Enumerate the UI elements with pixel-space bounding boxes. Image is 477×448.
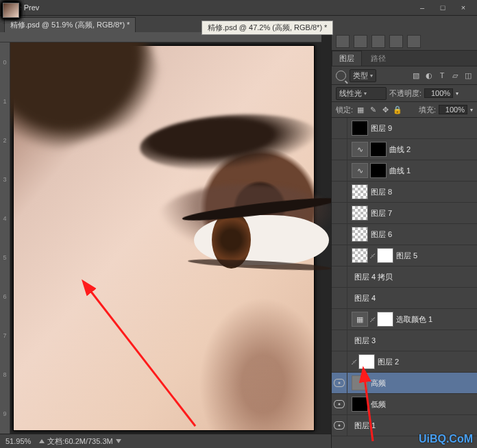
layer-visibility-toggle[interactable] (332, 118, 347, 138)
layer-visibility-toggle[interactable] (332, 224, 347, 245)
opacity-value[interactable]: 100% (424, 88, 453, 98)
layer-row[interactable]: 图层 4 (332, 288, 477, 309)
layer-visibility-toggle[interactable] (332, 288, 347, 308)
layer-thumb[interactable] (352, 248, 368, 263)
layer-visibility-toggle[interactable] (332, 245, 347, 266)
layer-name[interactable]: 曲线 1 (389, 166, 411, 176)
layer-name[interactable]: 图层 9 (371, 123, 392, 134)
swatch-icon-4[interactable] (389, 35, 403, 48)
lock-position-icon[interactable]: ✥ (380, 105, 390, 114)
swatch-icon-3[interactable] (371, 35, 385, 48)
layer-thumbs (352, 397, 368, 412)
mask-thumb[interactable] (358, 354, 375, 369)
eye-icon (334, 400, 345, 408)
filter-image-icon[interactable]: ▧ (411, 71, 421, 80)
tab-layers[interactable]: 图层 (332, 51, 362, 66)
layer-name[interactable]: 图层 4 拷贝 (354, 272, 393, 282)
status-menu-icon[interactable] (116, 439, 121, 443)
adjustment-thumb[interactable]: ∿ (352, 142, 368, 157)
layer-thumbs: ▦⸓ (352, 312, 393, 327)
layer-row[interactable]: ⸓图层 2 (332, 351, 477, 373)
swatch-icon-2[interactable] (354, 35, 367, 48)
layer-name[interactable]: 图层 1 (354, 421, 376, 431)
document-canvas[interactable] (10, 42, 331, 434)
layer-row[interactable]: 图层 9 (332, 118, 477, 139)
titlebar: evice Prev – □ × (0, 0, 477, 16)
layer-visibility-toggle[interactable] (332, 351, 347, 372)
mask-thumb[interactable] (352, 397, 368, 412)
mask-thumb[interactable] (377, 248, 393, 263)
layer-row[interactable]: ∿曲线 2 (332, 139, 477, 160)
mask-thumb[interactable] (370, 142, 387, 157)
filter-shape-icon[interactable]: ▱ (450, 71, 460, 80)
layer-thumbs: ∿ (352, 163, 387, 178)
layer-row[interactable]: 图层 6 (332, 224, 477, 245)
layer-name[interactable]: 图层 8 (371, 187, 392, 197)
layer-name[interactable]: 图层 2 (378, 357, 399, 367)
lock-transparent-icon[interactable]: ▦ (356, 105, 365, 114)
layer-row[interactable]: 高频 (332, 373, 477, 394)
layer-name[interactable]: 图层 5 (396, 251, 417, 261)
lock-pixels-icon[interactable]: ✎ (368, 105, 378, 114)
filter-type-icon[interactable]: T (437, 71, 447, 80)
layer-row[interactable]: 图层 7 (332, 203, 477, 224)
layer-name[interactable]: 图层 4 (354, 293, 376, 303)
mask-thumb[interactable] (377, 312, 393, 327)
layer-row[interactable]: 图层 4 拷贝 (332, 266, 477, 288)
zoom-level[interactable]: 51.95% (5, 437, 31, 445)
chevron-down-icon[interactable]: ▾ (470, 107, 473, 113)
document-tab-1[interactable]: 精修.psd @ 51.9% (高频, RGB/8*) * (4, 17, 136, 32)
layer-name[interactable]: 图层 7 (371, 208, 392, 219)
chevron-down-icon[interactable]: ▾ (456, 90, 458, 97)
layer-name[interactable]: 图层 3 (354, 336, 376, 346)
layer-name[interactable]: 选取颜色 1 (396, 314, 432, 325)
layer-name[interactable]: 曲线 2 (389, 145, 411, 155)
layer-row[interactable]: ⸓图层 5 (332, 245, 477, 266)
adjustment-thumb[interactable]: ∿ (352, 163, 368, 178)
fill-value[interactable]: 100% (439, 105, 467, 114)
adjustment-thumb[interactable]: ▦ (352, 312, 368, 327)
layer-thumb[interactable] (352, 227, 368, 242)
status-popup-icon[interactable] (39, 439, 45, 443)
layer-thumb[interactable] (352, 206, 368, 221)
layer-visibility-toggle[interactable] (332, 160, 347, 181)
link-icon: ⸓ (352, 354, 356, 369)
layer-name[interactable]: 低频 (371, 399, 386, 410)
layer-visibility-toggle[interactable] (332, 182, 347, 202)
tab-paths[interactable]: 路径 (363, 51, 393, 66)
mask-thumb[interactable] (352, 121, 368, 136)
document-tab-2-tooltip[interactable]: 精修.psd @ 47.2% (高频, RGB/8*) * (201, 21, 333, 35)
lock-all-icon[interactable]: 🔒 (393, 105, 402, 114)
layer-thumb[interactable] (352, 184, 368, 199)
watermark: UiBQ.CoM (419, 433, 473, 445)
layer-visibility-toggle[interactable] (332, 266, 347, 287)
layer-visibility-toggle[interactable] (332, 309, 347, 329)
ruler-vertical[interactable]: 0 1 2 3 4 5 6 7 8 9 (0, 42, 10, 434)
layer-visibility-toggle[interactable] (332, 330, 347, 351)
layers-list[interactable]: 图层 9∿曲线 2∿曲线 1图层 8图层 7图层 6⸓图层 5图层 4 拷贝图层… (332, 118, 477, 448)
swatch-icon[interactable] (336, 35, 350, 48)
layer-row[interactable]: 低频 (332, 394, 477, 415)
filter-kind-dropdown[interactable]: 类型▾ (350, 69, 376, 82)
layer-thumb[interactable] (352, 375, 368, 390)
layer-name[interactable]: 图层 6 (371, 229, 392, 240)
filter-smart-icon[interactable]: ◫ (463, 71, 473, 80)
mask-thumb[interactable] (370, 163, 387, 178)
window-maximize-button[interactable]: □ (433, 2, 452, 13)
layer-visibility-toggle[interactable] (332, 373, 347, 393)
layer-thumbs: ∿ (352, 142, 387, 157)
layer-row[interactable]: ∿曲线 1 (332, 160, 477, 182)
window-minimize-button[interactable]: – (413, 2, 432, 13)
blend-mode-dropdown[interactable]: 线性光▾ (336, 87, 387, 100)
layer-visibility-toggle[interactable] (332, 139, 347, 160)
layer-visibility-toggle[interactable] (332, 394, 347, 414)
layer-row[interactable]: ▦⸓选取颜色 1 (332, 309, 477, 330)
layer-visibility-toggle[interactable] (332, 415, 347, 436)
window-close-button[interactable]: × (454, 2, 473, 13)
layer-row[interactable]: 图层 8 (332, 182, 477, 203)
swatch-icon-5[interactable] (407, 35, 421, 48)
layer-row[interactable]: 图层 3 (332, 330, 477, 351)
layer-visibility-toggle[interactable] (332, 203, 347, 223)
layer-name[interactable]: 高频 (371, 378, 386, 388)
filter-adjust-icon[interactable]: ◐ (424, 71, 434, 80)
